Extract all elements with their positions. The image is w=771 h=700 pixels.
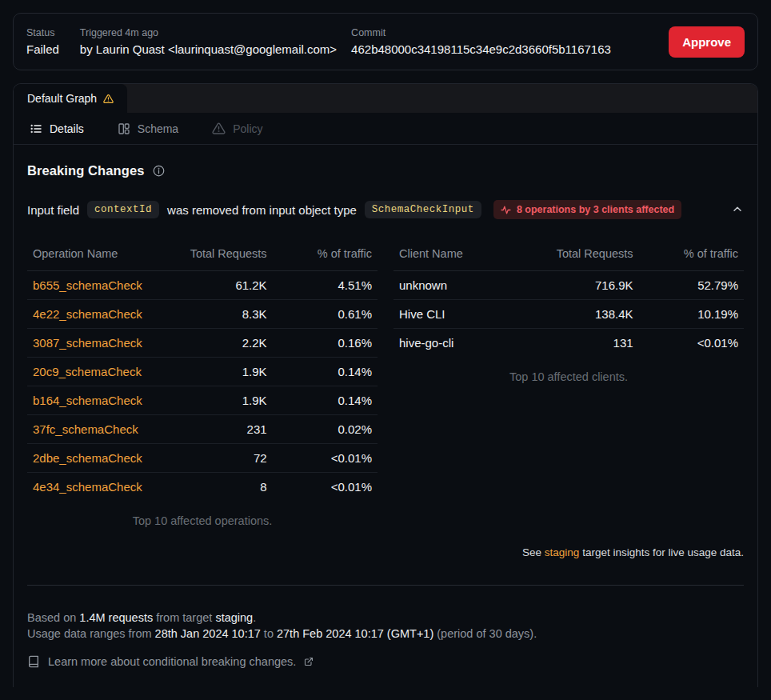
operation-link[interactable]: 4e22_schemaCheck (33, 307, 142, 321)
details-content: Breaking Changes Input field contextId w… (14, 163, 757, 668)
status-value: Failed (26, 42, 59, 57)
range-suffix: (period of 30 days). (433, 627, 537, 640)
affected-operations-badge[interactable]: 8 operations by 3 clients affected (493, 200, 681, 219)
breaking-changes-title: Breaking Changes (27, 163, 144, 178)
table-row: 4e34_schemaCheck 8 <0.01% (27, 473, 378, 502)
operations-header-name: Operation Name (27, 240, 174, 271)
operation-traffic: 4.51% (273, 271, 378, 300)
operation-link[interactable]: b164_schemaCheck (33, 394, 142, 407)
table-row: 3087_schemaCheck 2.2K 0.16% (27, 329, 378, 358)
operation-traffic: 0.61% (273, 300, 378, 329)
table-row: 20c9_schemaCheck 1.9K 0.14% (27, 358, 378, 386)
operation-link[interactable]: 3087_schemaCheck (33, 336, 142, 350)
graph-tab-label: Default Graph (27, 92, 97, 105)
list-icon (30, 122, 42, 135)
clients-header-requests: Total Requests (541, 240, 639, 271)
operation-traffic: <0.01% (273, 444, 378, 473)
table-row: unknown 716.9K 52.79% (393, 271, 744, 300)
usage-range-line: Usage data ranges from 28th Jan 2024 10:… (27, 626, 744, 642)
table-row: Hive CLI 138.4K 10.19% (393, 300, 744, 329)
chevron-up-icon[interactable] (731, 203, 744, 216)
commit-label: Commit (351, 27, 669, 39)
learn-more-row[interactable]: Learn more about conditional breaking ch… (27, 655, 744, 668)
affected-operations-column: Operation Name Total Requests % of traff… (27, 240, 378, 535)
based-target: staging (215, 611, 253, 624)
info-icon[interactable] (153, 165, 165, 177)
client-requests: 138.4K (541, 300, 639, 329)
based-requests: 1.4M requests (79, 611, 153, 624)
pulse-icon (501, 205, 511, 215)
tab-schema[interactable]: Schema (118, 122, 178, 135)
operation-link[interactable]: 20c9_schemaCheck (33, 365, 142, 378)
graph-tab-strip: Default Graph (14, 84, 757, 113)
client-requests: 716.9K (541, 271, 639, 300)
triggered-by: by Laurin Quast <laurinquast@googlemail.… (80, 42, 337, 57)
tab-policy[interactable]: Policy (212, 122, 262, 135)
range-end: 27th Feb 2024 10:17 (GMT+1) (277, 627, 433, 640)
approve-button[interactable]: Approve (669, 26, 745, 58)
see-insights-prefix: See (522, 546, 545, 558)
clients-header-name: Client Name (393, 240, 541, 271)
field-code-badge: contextId (87, 201, 159, 218)
change-prefix: Input field (27, 203, 79, 217)
book-icon (27, 655, 40, 668)
clients-caption: Top 10 affected clients. (393, 357, 744, 391)
policy-alert-icon (212, 122, 226, 135)
table-row: b164_schemaCheck 1.9K 0.14% (27, 386, 378, 415)
table-row: 2dbe_schemaCheck 72 <0.01% (27, 444, 378, 473)
client-requests: 131 (541, 329, 639, 358)
status-block: Status Failed (26, 27, 59, 57)
operation-link[interactable]: 37fc_schemaCheck (33, 422, 138, 436)
operation-traffic: 0.14% (273, 358, 378, 386)
change-middle: was removed from input object type (167, 203, 357, 217)
tab-schema-label: Schema (138, 122, 178, 135)
check-summary-card: Status Failed Triggered 4m ago by Laurin… (13, 13, 758, 70)
client-name: hive-go-cli (393, 329, 541, 358)
tab-default-graph[interactable]: Default Graph (14, 84, 127, 113)
operation-requests: 2.2K (174, 329, 273, 358)
commit-block: Commit 462b48000c34198115c34e9c2d3660f5b… (351, 27, 669, 57)
operation-link[interactable]: b655_schemaCheck (33, 278, 142, 292)
section-divider (27, 585, 744, 586)
view-tabs: Details Schema Policy (14, 113, 757, 145)
status-label: Status (26, 27, 59, 39)
range-to: to (261, 627, 277, 640)
operation-traffic: <0.01% (273, 473, 378, 502)
operations-header-requests: Total Requests (174, 240, 273, 271)
see-insights-note: See staging target insights for live usa… (27, 546, 744, 558)
operation-link[interactable]: 2dbe_schemaCheck (33, 451, 142, 465)
triggered-block: Triggered 4m ago by Laurin Quast <laurin… (80, 27, 337, 57)
client-traffic: <0.01% (639, 329, 744, 358)
operation-link[interactable]: 4e34_schemaCheck (33, 480, 142, 494)
table-row: hive-go-cli 131 <0.01% (393, 329, 744, 358)
usage-summary-note: Based on 1.4M requests from target stagi… (27, 610, 744, 642)
schema-columns-icon (118, 122, 130, 135)
client-name: Hive CLI (393, 300, 541, 329)
breaking-change-row: Input field contextId was removed from i… (27, 200, 744, 219)
operations-header-traffic: % of traffic (273, 240, 378, 271)
staging-target-link[interactable]: staging (545, 546, 580, 558)
table-row: 37fc_schemaCheck 231 0.02% (27, 415, 378, 444)
operation-requests: 61.2K (174, 271, 273, 300)
client-traffic: 10.19% (639, 300, 744, 329)
operation-traffic: 0.14% (273, 386, 378, 415)
range-start: 28th Jan 2024 10:17 (155, 627, 261, 640)
based-middle: from target (153, 611, 215, 624)
clients-table: Client Name Total Requests % of traffic … (393, 240, 744, 357)
external-link-icon (304, 657, 314, 666)
client-name: unknown (393, 271, 541, 300)
tab-details-label: Details (50, 122, 84, 135)
see-insights-suffix: target insights for live usage data. (579, 546, 744, 558)
operation-requests: 1.9K (174, 358, 273, 386)
operation-requests: 231 (174, 415, 273, 444)
operation-requests: 72 (174, 444, 273, 473)
operations-caption: Top 10 affected operations. (27, 501, 378, 535)
learn-more-link[interactable]: Learn more about conditional breaking ch… (48, 655, 296, 668)
operation-requests: 1.9K (174, 386, 273, 415)
type-code-badge: SchemaCheckInput (365, 201, 481, 218)
tab-policy-label: Policy (233, 122, 262, 135)
affected-clients-column: Client Name Total Requests % of traffic … (393, 240, 744, 391)
triggered-label: Triggered 4m ago (80, 27, 337, 39)
tab-details[interactable]: Details (30, 122, 84, 135)
table-row: 4e22_schemaCheck 8.3K 0.61% (27, 300, 378, 329)
